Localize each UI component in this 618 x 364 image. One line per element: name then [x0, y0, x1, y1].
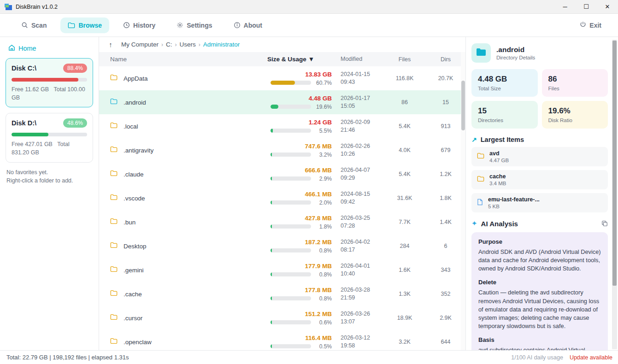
stat-card-directories: 15Directories: [471, 101, 538, 129]
table-row[interactable]: .android4.48 GB19.6%2026-01-1715:058615: [99, 90, 465, 114]
row-size: 466.1 MB: [251, 191, 332, 198]
row-folder-name: Desktop: [124, 243, 147, 250]
folder-icon: [110, 194, 118, 202]
row-size: 427.8 MB: [251, 215, 332, 222]
row-dirs-count: 20.7K: [426, 75, 465, 82]
sidebar: Home Disk C:\88.4%Free 11.62 GB Total 10…: [0, 37, 99, 350]
row-size: 151.2 MB: [251, 311, 332, 317]
row-usage-bar: [271, 248, 311, 252]
column-header-size[interactable]: Size & Usage ▼: [251, 56, 332, 63]
gear-icon: [177, 22, 183, 29]
nav-bar: ScanBrowseHistorySettingsAbout Exit: [0, 14, 618, 37]
disk-usage-badge: 88.4%: [63, 64, 87, 73]
row-modified: 2026-04-0208:17: [332, 238, 383, 254]
row-files-count: 1.3K: [383, 291, 426, 297]
row-size: 13.83 GB: [251, 71, 332, 78]
table-body: AppData13.83 GB60.7%2024-01-1509:43116.8…: [99, 66, 465, 350]
row-modified: 2024-01-1509:43: [332, 70, 383, 86]
largest-item[interactable]: emu-last-feature-...5 KB: [471, 193, 608, 212]
minimize-button[interactable]: ─: [554, 0, 576, 13]
folder-icon: [110, 218, 118, 226]
close-button[interactable]: ✕: [597, 0, 618, 13]
row-files-count: 4.0K: [383, 147, 426, 153]
maximize-button[interactable]: ☐: [576, 0, 597, 13]
row-files-count: 5.4K: [383, 123, 426, 129]
row-usage-bar: [271, 272, 311, 276]
table-header: Name Size & Usage ▼ Modified Files Dirs: [99, 52, 465, 66]
column-header-files[interactable]: Files: [383, 56, 426, 63]
home-label: Home: [18, 45, 36, 52]
ai-section-delete: DeleteCaution — deleting the avd subdire…: [478, 279, 601, 330]
row-size: 116.4 MB: [251, 335, 332, 341]
ai-usage-counter: 1/100 AI daily usage: [511, 354, 563, 361]
status-bar: Total: 22.79 GB | 198,192 files | elapse…: [0, 350, 618, 364]
table-row[interactable]: .vscode466.1 MB2.0%2024-08-1509:4231.6K1…: [99, 186, 465, 210]
row-usage-bar: [271, 200, 311, 205]
nav-item-history[interactable]: History: [116, 18, 163, 33]
window-scrollbar-thumb[interactable]: [612, 41, 617, 286]
row-dirs-count: 679: [426, 147, 465, 153]
breadcrumb-item[interactable]: Administrator: [203, 41, 240, 48]
breadcrumb-item[interactable]: My Computer: [121, 41, 159, 48]
row-folder-name: .claude: [124, 171, 144, 178]
breadcrumb-separator: ›: [175, 41, 177, 48]
power-icon: [580, 21, 586, 29]
file-table-panel: ↑ My Computer›C:›Users›Administrator Nam…: [99, 37, 465, 350]
row-usage-percent: 5.5%: [314, 128, 332, 134]
table-row[interactable]: .openclaw116.4 MB0.5%2026-03-1219:583.2K…: [99, 330, 465, 350]
ai-analysis-header: ✦ AI Analysis: [471, 219, 608, 228]
table-row[interactable]: .cursor151.2 MB0.6%2026-03-2613:0718.9K2…: [99, 306, 465, 330]
disk-card-c[interactable]: Disk C:\88.4%Free 11.62 GB Total 100.00 …: [6, 58, 93, 107]
home-link[interactable]: Home: [8, 44, 93, 53]
table-row[interactable]: .bun427.8 MB1.8%2026-03-2507:287.7K1.4K: [99, 210, 465, 234]
breadcrumb-item[interactable]: Users: [180, 41, 196, 48]
row-usage-percent: 3.2%: [314, 152, 332, 158]
table-row[interactable]: .antigravity747.6 MB3.2%2026-02-2610:264…: [99, 138, 465, 162]
largest-item[interactable]: avd4.47 GB: [471, 147, 608, 166]
ai-analysis-panel: PurposeAndroid SDK and AVD (Android Virt…: [471, 232, 608, 350]
update-available-link[interactable]: Update available: [570, 354, 612, 361]
row-size: 747.6 MB: [251, 143, 332, 150]
up-arrow-button[interactable]: ↑: [104, 41, 118, 48]
row-folder-name: .cursor: [124, 315, 142, 322]
row-dirs-count: 343: [426, 267, 465, 273]
search-icon: [21, 22, 28, 29]
column-header-modified[interactable]: Modified: [332, 55, 383, 63]
nav-item-about[interactable]: About: [226, 18, 270, 33]
breadcrumb-item[interactable]: C:: [166, 41, 172, 48]
nav-item-label: Scan: [31, 22, 47, 29]
row-size: 1.24 GB: [251, 119, 332, 126]
nav-item-scan[interactable]: Scan: [14, 18, 54, 33]
row-files-count: 3.2K: [383, 339, 426, 345]
copy-icon[interactable]: [601, 220, 608, 227]
row-modified: 2026-04-0709:29: [332, 166, 383, 182]
row-files-count: 116.8K: [383, 75, 426, 82]
table-scrollbar-thumb[interactable]: [461, 81, 465, 130]
window-scrollbar[interactable]: [612, 40, 617, 349]
row-usage-percent: 60.7%: [314, 80, 332, 86]
row-usage-bar: [271, 296, 311, 300]
nav-item-settings[interactable]: Settings: [169, 18, 219, 33]
table-row[interactable]: .cache177.8 MB0.8%2026-03-2821:591.3K352: [99, 282, 465, 306]
column-header-dirs[interactable]: Dirs: [426, 56, 465, 63]
table-scrollbar[interactable]: [461, 52, 465, 350]
row-files-count: 7.7K: [383, 219, 426, 225]
disk-card-d[interactable]: Disk D:\48.6%Free 427.01 GB Total 831.20…: [6, 113, 93, 162]
table-row[interactable]: Desktop187.2 MB0.8%2026-04-0208:172846: [99, 234, 465, 258]
table-row[interactable]: .gemini177.9 MB0.8%2026-04-0110:401.6K34…: [99, 258, 465, 282]
row-usage-percent: 0.8%: [314, 247, 332, 254]
exit-button[interactable]: Exit: [580, 21, 601, 29]
column-header-name[interactable]: Name: [99, 56, 251, 63]
row-files-count: 284: [383, 243, 426, 249]
row-files-count: 1.6K: [383, 267, 426, 273]
nav-item-browse[interactable]: Browse: [60, 18, 109, 33]
table-row[interactable]: AppData13.83 GB60.7%2024-01-1509:43116.8…: [99, 66, 465, 90]
row-files-count: 86: [383, 99, 426, 106]
row-modified: 2026-03-2507:28: [332, 214, 383, 230]
largest-item[interactable]: cache3.4 MB: [471, 170, 608, 189]
table-row[interactable]: .claude666.6 MB2.9%2026-04-0709:295.4K1.…: [99, 162, 465, 186]
table-row[interactable]: .local1.24 GB5.5%2026-02-0921:465.4K913: [99, 114, 465, 138]
stat-card-total-size: 4.48 GBTotal Size: [471, 69, 538, 97]
sparkle-icon: ✦: [471, 219, 477, 228]
row-dirs-count: 1.2K: [426, 171, 465, 177]
